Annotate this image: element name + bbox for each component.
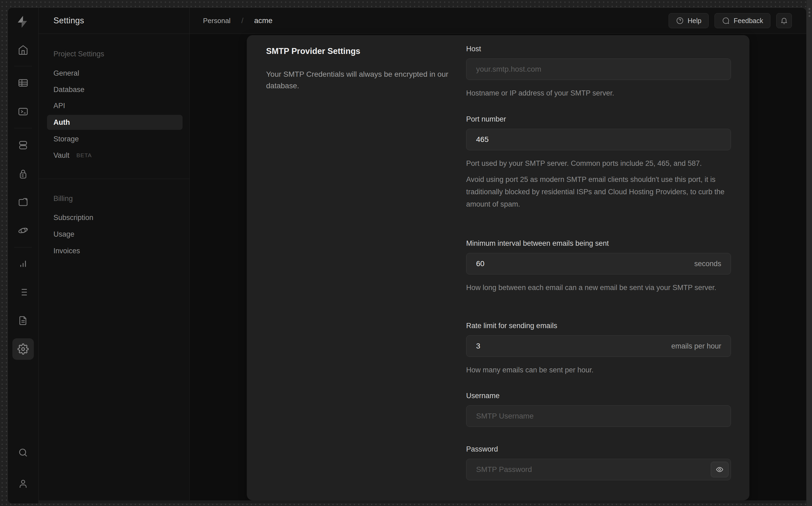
nav-item-api[interactable]: API [39, 98, 189, 113]
file-text-icon [17, 315, 29, 326]
rail-item-storage[interactable] [12, 191, 34, 213]
rail-item-logs[interactable] [12, 281, 34, 303]
nav-item-usage[interactable]: Usage [39, 227, 189, 242]
eye-icon [716, 466, 724, 474]
rail-divider [14, 66, 32, 66]
rail-item-search[interactable] [12, 442, 34, 463]
host-input-wrap [466, 59, 731, 80]
feedback-bubble-icon [722, 17, 730, 25]
help-circle-icon [676, 17, 684, 25]
smtp-card-description: Your SMTP Credentials will always be enc… [266, 68, 454, 91]
min-interval-helper: How long between each email can a new em… [466, 281, 731, 294]
smtp-card-intro: SMTP Provider Settings Your SMTP Credent… [266, 47, 454, 91]
user-icon [17, 478, 29, 489]
app-window: Settings Personal / acme Help Feedback [7, 7, 807, 504]
nav-item-storage[interactable]: Storage [39, 132, 189, 147]
top-bar: Settings Personal / acme Help Feedback [39, 8, 806, 34]
feedback-button[interactable]: Feedback [715, 13, 770, 28]
host-helper: Hostname or IP address of your SMTP serv… [466, 87, 731, 99]
nav-item-vault[interactable]: Vault BETA [39, 148, 189, 163]
breadcrumb-separator: / [241, 16, 243, 25]
rail-item-sql-editor[interactable] [12, 101, 34, 122]
reveal-password-button[interactable] [711, 462, 729, 477]
rail-item-reports[interactable] [12, 253, 34, 274]
rail-item-account[interactable] [12, 473, 34, 495]
rail-divider [14, 128, 32, 128]
rail-item-home[interactable] [12, 39, 34, 61]
frame-dot [809, 15, 810, 17]
notifications-button[interactable] [776, 13, 792, 28]
help-button[interactable]: Help [669, 13, 709, 28]
nav-item-vault-label: Vault [54, 151, 70, 160]
field-password: Password [466, 445, 731, 480]
frame-dot [809, 8, 810, 10]
search-icon [17, 447, 29, 458]
field-min-interval: Minimum interval between emails being se… [466, 239, 731, 294]
nav-section-billing: Billing [39, 191, 189, 206]
home-icon [17, 44, 29, 56]
smtp-form: Host Hostname or IP address of your SMTP… [466, 35, 731, 500]
list-icon [17, 286, 29, 298]
nav-section-project-settings: Project Settings [39, 47, 189, 62]
nav-item-general[interactable]: General [39, 66, 189, 81]
breadcrumb: Personal / acme [190, 16, 273, 25]
page-title: Settings [54, 16, 84, 25]
nav-item-database[interactable]: Database [39, 82, 189, 97]
frame-dot [809, 11, 810, 13]
bar-chart-icon [17, 258, 29, 269]
smtp-settings-card: SMTP Provider Settings Your SMTP Credent… [247, 35, 749, 500]
nav-item-subscription[interactable]: Subscription [39, 210, 189, 225]
icon-rail [8, 8, 39, 504]
min-interval-label: Minimum interval between emails being se… [466, 239, 731, 248]
window-bottom-strip [39, 500, 806, 504]
lightning-bolt-icon [15, 15, 29, 29]
help-button-label: Help [688, 17, 702, 25]
rate-limit-helper: How many emails can be sent per hour. [466, 364, 731, 376]
content-area: SMTP Provider Settings Your SMTP Credent… [190, 34, 806, 504]
nav-divider [39, 179, 189, 179]
host-input[interactable] [466, 59, 731, 80]
port-label: Port number [466, 115, 731, 123]
database-icon [17, 140, 29, 151]
rail-item-table-editor[interactable] [12, 72, 34, 94]
host-label: Host [466, 45, 731, 53]
min-interval-input-wrap: seconds [466, 253, 731, 274]
field-rate-limit: Rate limit for sending emails emails per… [466, 322, 731, 376]
bell-icon [780, 17, 788, 25]
settings-nav: Project Settings General Database API Au… [39, 34, 190, 504]
username-input-wrap [466, 405, 731, 427]
rail-divider [14, 247, 32, 247]
port-helper-1: Port used by your SMTP server. Common po… [466, 157, 731, 170]
username-input[interactable] [466, 405, 731, 427]
rail-item-project-settings[interactable] [12, 338, 34, 360]
password-input-wrap [466, 459, 731, 480]
field-host: Host Hostname or IP address of your SMTP… [466, 45, 731, 99]
nav-item-invoices[interactable]: Invoices [39, 243, 189, 258]
rate-limit-label: Rate limit for sending emails [466, 322, 731, 330]
port-helper-2: Avoid using port 25 as modern SMTP email… [466, 173, 731, 210]
supabase-logo[interactable] [11, 11, 33, 32]
rail-item-database[interactable] [12, 135, 34, 156]
breadcrumb-project[interactable]: acme [254, 16, 272, 25]
field-port: Port number Port used by your SMTP serve… [466, 115, 731, 210]
rail-item-authentication[interactable] [12, 163, 34, 185]
breadcrumb-org[interactable]: Personal [203, 17, 231, 25]
smtp-card-title: SMTP Provider Settings [266, 47, 454, 56]
terminal-icon [17, 106, 29, 117]
rail-item-edge-functions[interactable] [12, 220, 34, 241]
folder-icon [17, 196, 29, 208]
port-input[interactable] [466, 129, 731, 150]
orbit-icon [17, 225, 29, 236]
settings-panel-header: Settings [39, 8, 190, 33]
rate-limit-input-wrap: emails per hour [466, 335, 731, 357]
password-input[interactable] [466, 459, 731, 480]
field-username: Username [466, 392, 731, 427]
window-frame-edge [807, 0, 812, 506]
beta-badge: BETA [77, 152, 92, 159]
gear-icon [17, 343, 29, 355]
min-interval-input[interactable] [466, 253, 731, 274]
rate-limit-input[interactable] [466, 335, 731, 357]
port-input-wrap [466, 129, 731, 150]
nav-item-auth[interactable]: Auth [47, 115, 182, 130]
rail-item-api-docs[interactable] [12, 310, 34, 331]
